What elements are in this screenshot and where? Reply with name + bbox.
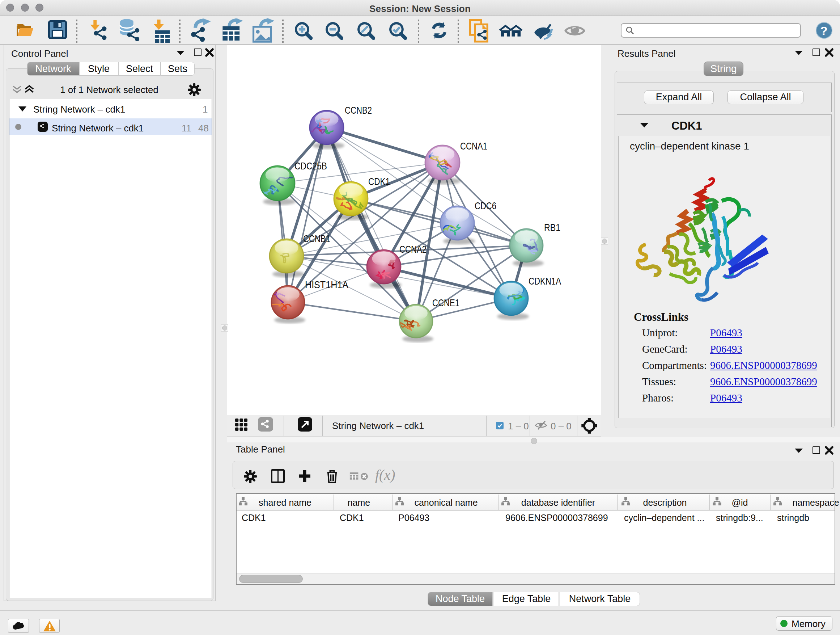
svg-text:CDKN1A: CDKN1A xyxy=(529,276,561,287)
svg-text:CCNA1: CCNA1 xyxy=(460,141,487,152)
svg-text:CCNB2: CCNB2 xyxy=(345,105,372,116)
svg-text:CCNA2: CCNA2 xyxy=(399,244,426,255)
svg-text:CCNB1: CCNB1 xyxy=(303,233,330,244)
svg-text:CCNE1: CCNE1 xyxy=(432,297,459,309)
svg-text:CDK1: CDK1 xyxy=(368,176,390,187)
svg-text:HIST1H1A: HIST1H1A xyxy=(305,279,348,290)
svg-text:RB1: RB1 xyxy=(544,222,561,233)
svg-text:CDC25B: CDC25B xyxy=(294,160,327,172)
svg-text:CDC6: CDC6 xyxy=(475,200,496,211)
